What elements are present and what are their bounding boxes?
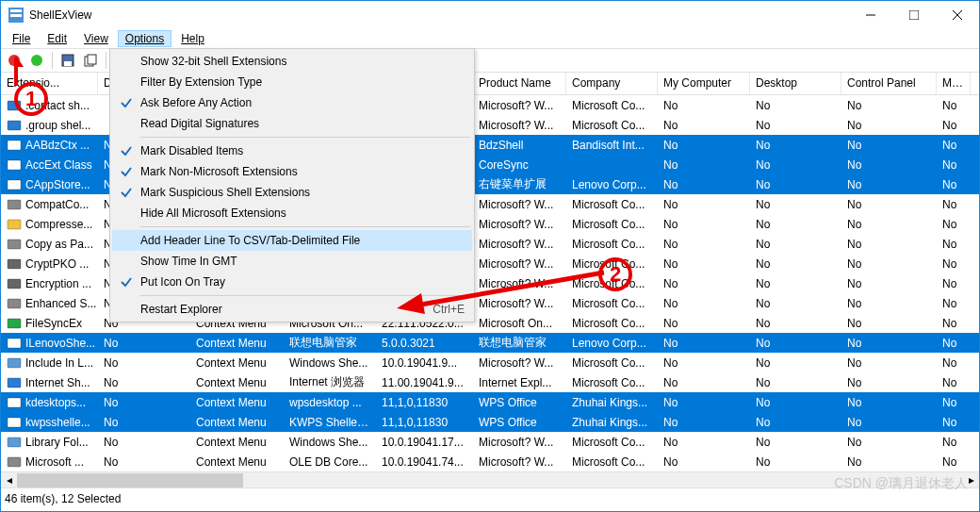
- menu-hide-ms[interactable]: Hide All Microsoft Extensions: [112, 203, 472, 223]
- extension-name: FileSyncEx: [25, 317, 82, 330]
- menu-filter-ext[interactable]: Filter By Extension Type: [112, 72, 472, 92]
- cell-comp: Microsoft Co...: [566, 277, 658, 290]
- options-dropdown: Show 32-bit Shell Extensions Filter By E…: [109, 48, 475, 322]
- scroll-left-button[interactable]: ◂: [1, 473, 17, 487]
- cell-myc: No: [658, 317, 750, 330]
- horizontal-scrollbar[interactable]: ◂ ▸: [1, 471, 979, 487]
- header-extension[interactable]: Extensio...: [1, 73, 98, 94]
- svg-rect-27: [8, 299, 21, 308]
- extension-icon: [7, 435, 22, 450]
- cell-myc: No: [658, 158, 750, 172]
- cell-desk: No: [750, 139, 841, 152]
- cell-prod: Microsoft? W...: [473, 198, 566, 211]
- close-button[interactable]: [936, 1, 979, 29]
- extension-icon: [7, 375, 22, 390]
- cell-desk: No: [750, 376, 841, 389]
- cell-myc: No: [658, 139, 750, 152]
- table-row[interactable]: Microsoft ...NoContext MenuOLE DB Core..…: [1, 452, 979, 471]
- svg-rect-21: [8, 180, 21, 190]
- table-row[interactable]: ILenovoShe...NoContext Menu联想电脑管家5.0.0.3…: [1, 333, 979, 353]
- menu-read-sig[interactable]: Read Digital Signatures: [112, 113, 472, 134]
- cell-comp: Microsoft Co...: [566, 317, 658, 330]
- menu-file[interactable]: File: [5, 30, 38, 47]
- menu-options[interactable]: Options: [118, 30, 172, 47]
- check-icon: [120, 165, 133, 178]
- check-icon: [120, 144, 133, 157]
- header-desktop[interactable]: Desktop: [750, 73, 841, 94]
- extension-name: .contact sh...: [25, 99, 90, 112]
- header-controlpanel[interactable]: Control Panel: [841, 73, 937, 94]
- extension-name: kdesktops...: [25, 396, 86, 409]
- table-row[interactable]: Internet Sh...NoContext MenuInternet 浏览器…: [1, 372, 979, 392]
- cell-myn: No: [937, 317, 971, 330]
- menu-mark-susp[interactable]: Mark Suspicious Shell Extensions: [112, 182, 472, 203]
- cell-type: Context Menu: [190, 337, 284, 350]
- cell-comp: Zhuhai Kings...: [566, 416, 658, 429]
- cell-comp: Microsoft Co...: [566, 119, 658, 132]
- window-title: ShellExView: [29, 8, 849, 22]
- cell-myn: No: [937, 198, 971, 211]
- svg-rect-32: [8, 398, 21, 407]
- menu-mark-disabled[interactable]: Mark Disabled Items: [112, 140, 472, 161]
- cell-ver: 10.0.19041.9...: [376, 356, 473, 370]
- menu-show-32bit[interactable]: Show 32-bit Shell Extensions: [112, 51, 472, 72]
- table-row[interactable]: kwpsshelle...NoContext MenuKWPS Shellex.…: [1, 412, 979, 432]
- svg-rect-18: [8, 121, 21, 130]
- cell-myc: No: [658, 396, 750, 409]
- header-product[interactable]: Product Name: [473, 73, 566, 94]
- cell-desc: Windows She...: [284, 436, 376, 449]
- cell-myc: No: [658, 297, 750, 310]
- extension-name: AABdzCtx ...: [25, 139, 90, 152]
- extension-name: Microsoft ...: [25, 455, 84, 469]
- menu-view[interactable]: View: [76, 30, 116, 47]
- extension-name: CompatCo...: [25, 198, 89, 211]
- cell-myn: No: [937, 416, 971, 429]
- status-bar: 46 item(s), 12 Selected: [1, 487, 979, 508]
- extension-icon: [7, 197, 22, 212]
- cell-ver: 10.0.19041.74...: [376, 455, 473, 469]
- extension-icon: [7, 256, 22, 272]
- disable-button[interactable]: [5, 51, 24, 70]
- header-mycomputer[interactable]: My Computer: [658, 73, 750, 94]
- menu-mark-nonms[interactable]: Mark Non-Microsoft Extensions: [112, 161, 472, 182]
- menu-edit[interactable]: Edit: [40, 30, 74, 47]
- copy-button[interactable]: [81, 51, 100, 70]
- cell-desk: No: [750, 396, 841, 409]
- cell-myn: No: [937, 356, 971, 370]
- extension-icon: [7, 316, 22, 331]
- cell-myn: No: [937, 455, 971, 469]
- table-row[interactable]: Library Fol...NoContext MenuWindows She.…: [1, 432, 979, 452]
- cell-myc: No: [658, 356, 750, 370]
- enable-button[interactable]: [27, 51, 46, 70]
- cell-ver: 5.0.0.3021: [376, 337, 473, 350]
- extension-name: Library Fol...: [25, 436, 89, 449]
- cell-myn: No: [937, 257, 971, 271]
- cell-prod: Microsoft? W...: [473, 99, 566, 112]
- cell-prod: WPS Office: [473, 416, 566, 429]
- cell-myc: No: [658, 337, 750, 350]
- extension-name: Internet Sh...: [25, 376, 90, 389]
- cell-type: Context Menu: [190, 455, 284, 469]
- scrollbar-thumb[interactable]: [17, 473, 243, 487]
- minimize-button[interactable]: [849, 1, 892, 29]
- cell-myc: No: [658, 277, 750, 290]
- save-button[interactable]: [58, 51, 77, 70]
- menu-ask-before[interactable]: Ask Before Any Action: [112, 92, 472, 113]
- header-company[interactable]: Company: [566, 73, 658, 94]
- cell-desk: No: [750, 356, 841, 370]
- menu-restart-explorer[interactable]: Restart ExplorerCtrl+E: [112, 299, 472, 320]
- svg-rect-24: [8, 239, 21, 249]
- maximize-button[interactable]: [892, 1, 936, 29]
- cell-desk: No: [750, 158, 841, 172]
- table-row[interactable]: kdesktops...NoContext Menuwpsdesktop ...…: [1, 392, 979, 412]
- cell-desk: No: [750, 99, 841, 112]
- menu-add-header[interactable]: Add Header Line To CSV/Tab-Delimited Fil…: [112, 230, 472, 251]
- check-icon: [120, 186, 133, 199]
- menu-help[interactable]: Help: [173, 30, 212, 47]
- cell-prod: Microsoft? W...: [473, 455, 566, 469]
- header-mynet[interactable]: My...: [937, 73, 971, 94]
- menu-show-gmt[interactable]: Show Time In GMT: [112, 251, 472, 272]
- menu-put-tray[interactable]: Put Icon On Tray: [112, 272, 472, 292]
- table-row[interactable]: Include In L...NoContext MenuWindows She…: [1, 353, 979, 372]
- cell-cp: No: [841, 455, 937, 469]
